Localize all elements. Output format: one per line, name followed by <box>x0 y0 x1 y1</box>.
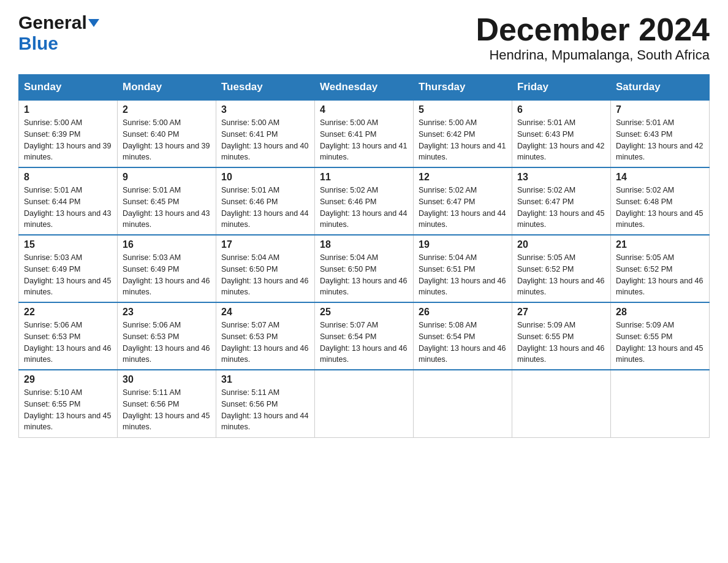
calendar-week-1: 1 Sunrise: 5:00 AMSunset: 6:39 PMDayligh… <box>19 100 710 167</box>
day-info: Sunrise: 5:11 AMSunset: 6:56 PMDaylight:… <box>123 388 210 431</box>
day-info: Sunrise: 5:00 AMSunset: 6:42 PMDaylight:… <box>419 118 506 161</box>
calendar-header: SundayMondayTuesdayWednesdayThursdayFrid… <box>19 75 710 101</box>
day-info: Sunrise: 5:01 AMSunset: 6:43 PMDaylight:… <box>616 118 703 161</box>
calendar-cell <box>611 370 710 437</box>
calendar-week-5: 29 Sunrise: 5:10 AMSunset: 6:55 PMDaylig… <box>19 370 710 437</box>
calendar-cell: 19 Sunrise: 5:04 AMSunset: 6:51 PMDaylig… <box>414 235 512 302</box>
calendar-week-2: 8 Sunrise: 5:01 AMSunset: 6:44 PMDayligh… <box>19 167 710 235</box>
logo-arrow-icon <box>88 19 99 27</box>
day-number: 24 <box>221 307 309 318</box>
calendar-cell: 27 Sunrise: 5:09 AMSunset: 6:55 PMDaylig… <box>512 302 611 370</box>
day-number: 2 <box>123 104 211 115</box>
day-number: 5 <box>419 104 507 115</box>
day-number: 3 <box>221 104 309 115</box>
day-info: Sunrise: 5:03 AMSunset: 6:49 PMDaylight:… <box>24 253 111 296</box>
calendar-cell: 2 Sunrise: 5:00 AMSunset: 6:40 PMDayligh… <box>118 100 216 167</box>
day-header-wednesday: Wednesday <box>315 75 414 101</box>
day-info: Sunrise: 5:09 AMSunset: 6:55 PMDaylight:… <box>616 321 703 364</box>
day-info: Sunrise: 5:00 AMSunset: 6:40 PMDaylight:… <box>123 118 210 161</box>
day-number: 4 <box>320 104 408 115</box>
calendar-cell: 14 Sunrise: 5:02 AMSunset: 6:48 PMDaylig… <box>611 167 710 235</box>
calendar-cell: 5 Sunrise: 5:00 AMSunset: 6:42 PMDayligh… <box>414 100 512 167</box>
location-title: Hendrina, Mpumalanga, South Africa <box>476 47 710 63</box>
day-number: 30 <box>123 374 211 385</box>
calendar-cell: 11 Sunrise: 5:02 AMSunset: 6:46 PMDaylig… <box>315 167 414 235</box>
day-info: Sunrise: 5:04 AMSunset: 6:50 PMDaylight:… <box>320 253 407 296</box>
calendar-cell: 29 Sunrise: 5:10 AMSunset: 6:55 PMDaylig… <box>19 370 118 437</box>
day-number: 17 <box>221 239 309 250</box>
day-number: 26 <box>419 307 507 318</box>
day-number: 7 <box>616 104 704 115</box>
day-info: Sunrise: 5:09 AMSunset: 6:55 PMDaylight:… <box>517 321 604 364</box>
month-title: December 2024 <box>476 12 710 47</box>
day-number: 12 <box>419 172 507 183</box>
title-block: December 2024 Hendrina, Mpumalanga, Sout… <box>476 12 710 63</box>
day-info: Sunrise: 5:00 AMSunset: 6:41 PMDaylight:… <box>221 118 308 161</box>
day-number: 19 <box>419 239 507 250</box>
calendar-cell: 25 Sunrise: 5:07 AMSunset: 6:54 PMDaylig… <box>315 302 414 370</box>
calendar-cell: 1 Sunrise: 5:00 AMSunset: 6:39 PMDayligh… <box>19 100 118 167</box>
day-number: 21 <box>616 239 704 250</box>
day-number: 11 <box>320 172 408 183</box>
day-info: Sunrise: 5:04 AMSunset: 6:51 PMDaylight:… <box>419 253 506 296</box>
day-number: 23 <box>123 307 211 318</box>
calendar-cell: 13 Sunrise: 5:02 AMSunset: 6:47 PMDaylig… <box>512 167 611 235</box>
day-header-thursday: Thursday <box>414 75 512 101</box>
day-number: 27 <box>517 307 605 318</box>
day-number: 14 <box>616 172 704 183</box>
calendar-cell: 26 Sunrise: 5:08 AMSunset: 6:54 PMDaylig… <box>414 302 512 370</box>
day-number: 8 <box>24 172 112 183</box>
day-number: 16 <box>123 239 211 250</box>
day-info: Sunrise: 5:07 AMSunset: 6:54 PMDaylight:… <box>320 321 407 364</box>
calendar-cell: 18 Sunrise: 5:04 AMSunset: 6:50 PMDaylig… <box>315 235 414 302</box>
day-info: Sunrise: 5:00 AMSunset: 6:41 PMDaylight:… <box>320 118 407 161</box>
calendar-cell: 8 Sunrise: 5:01 AMSunset: 6:44 PMDayligh… <box>19 167 118 235</box>
day-info: Sunrise: 5:05 AMSunset: 6:52 PMDaylight:… <box>517 253 604 296</box>
day-header-tuesday: Tuesday <box>216 75 315 101</box>
day-info: Sunrise: 5:03 AMSunset: 6:49 PMDaylight:… <box>123 253 210 296</box>
day-info: Sunrise: 5:10 AMSunset: 6:55 PMDaylight:… <box>24 388 111 431</box>
calendar-cell: 7 Sunrise: 5:01 AMSunset: 6:43 PMDayligh… <box>611 100 710 167</box>
day-header-sunday: Sunday <box>19 75 118 101</box>
calendar-cell: 24 Sunrise: 5:07 AMSunset: 6:53 PMDaylig… <box>216 302 315 370</box>
day-info: Sunrise: 5:01 AMSunset: 6:43 PMDaylight:… <box>517 118 604 161</box>
calendar-cell: 10 Sunrise: 5:01 AMSunset: 6:46 PMDaylig… <box>216 167 315 235</box>
calendar-cell: 30 Sunrise: 5:11 AMSunset: 6:56 PMDaylig… <box>118 370 216 437</box>
calendar-cell: 23 Sunrise: 5:06 AMSunset: 6:53 PMDaylig… <box>118 302 216 370</box>
calendar-cell: 28 Sunrise: 5:09 AMSunset: 6:55 PMDaylig… <box>611 302 710 370</box>
day-info: Sunrise: 5:04 AMSunset: 6:50 PMDaylight:… <box>221 253 308 296</box>
logo-blue-text: Blue <box>18 33 58 54</box>
day-number: 22 <box>24 307 112 318</box>
day-info: Sunrise: 5:06 AMSunset: 6:53 PMDaylight:… <box>24 321 111 364</box>
day-header-saturday: Saturday <box>611 75 710 101</box>
day-header-friday: Friday <box>512 75 611 101</box>
calendar-week-4: 22 Sunrise: 5:06 AMSunset: 6:53 PMDaylig… <box>19 302 710 370</box>
day-info: Sunrise: 5:00 AMSunset: 6:39 PMDaylight:… <box>24 118 111 161</box>
day-info: Sunrise: 5:07 AMSunset: 6:53 PMDaylight:… <box>221 321 308 364</box>
calendar-cell: 17 Sunrise: 5:04 AMSunset: 6:50 PMDaylig… <box>216 235 315 302</box>
calendar-cell <box>512 370 611 437</box>
calendar-cell: 21 Sunrise: 5:05 AMSunset: 6:52 PMDaylig… <box>611 235 710 302</box>
day-number: 18 <box>320 239 408 250</box>
calendar-cell: 3 Sunrise: 5:00 AMSunset: 6:41 PMDayligh… <box>216 100 315 167</box>
calendar-cell: 15 Sunrise: 5:03 AMSunset: 6:49 PMDaylig… <box>19 235 118 302</box>
calendar-cell <box>414 370 512 437</box>
day-info: Sunrise: 5:06 AMSunset: 6:53 PMDaylight:… <box>123 321 210 364</box>
day-number: 13 <box>517 172 605 183</box>
day-number: 9 <box>123 172 211 183</box>
day-number: 28 <box>616 307 704 318</box>
day-number: 25 <box>320 307 408 318</box>
day-header-monday: Monday <box>118 75 216 101</box>
day-number: 29 <box>24 374 112 385</box>
day-number: 20 <box>517 239 605 250</box>
day-info: Sunrise: 5:01 AMSunset: 6:44 PMDaylight:… <box>24 186 111 229</box>
day-info: Sunrise: 5:01 AMSunset: 6:46 PMDaylight:… <box>221 186 308 229</box>
day-info: Sunrise: 5:01 AMSunset: 6:45 PMDaylight:… <box>123 186 210 229</box>
day-info: Sunrise: 5:08 AMSunset: 6:54 PMDaylight:… <box>419 321 506 364</box>
day-number: 10 <box>221 172 309 183</box>
calendar-cell <box>315 370 414 437</box>
day-number: 1 <box>24 104 112 115</box>
calendar-cell: 31 Sunrise: 5:11 AMSunset: 6:56 PMDaylig… <box>216 370 315 437</box>
day-info: Sunrise: 5:02 AMSunset: 6:48 PMDaylight:… <box>616 186 703 229</box>
page-header: General Blue December 2024 Hendrina, Mpu… <box>18 12 710 63</box>
